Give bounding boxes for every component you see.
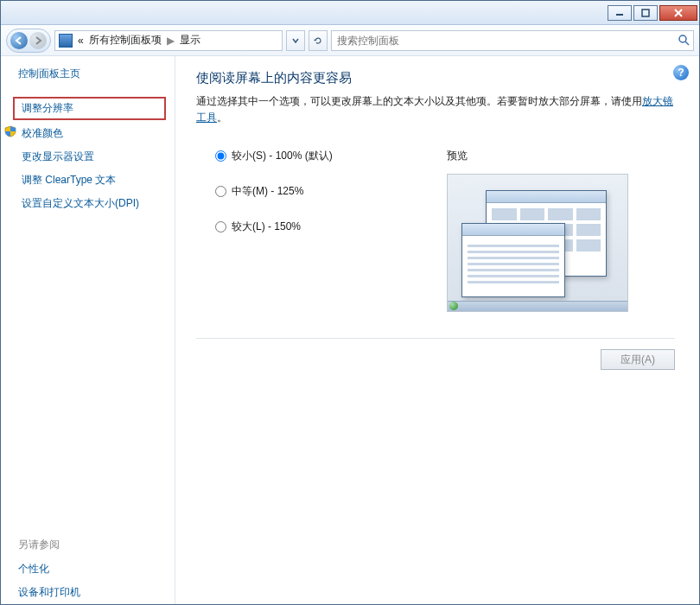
- sidebar-item-display-settings[interactable]: 更改显示器设置: [1, 145, 175, 169]
- desc-text: 通过选择其中一个选项，可以更改屏幕上的文本大小以及其他项。若要暂时放大部分屏幕，…: [196, 95, 642, 107]
- breadcrumb-separator: ▶: [167, 35, 175, 47]
- preview-image: [447, 174, 628, 312]
- address-bar[interactable]: « 所有控制面板项 ▶ 显示: [54, 30, 283, 51]
- see-also-devices-printers[interactable]: 设备和打印机: [1, 581, 175, 604]
- radio-label[interactable]: 较大(L) - 150%: [232, 220, 301, 234]
- sidebar-item-calibrate-color[interactable]: 校准颜色: [1, 122, 175, 145]
- content-pane: ? 使阅读屏幕上的内容更容易 通过选择其中一个选项，可以更改屏幕上的文本大小以及…: [175, 56, 699, 604]
- search-input[interactable]: [332, 31, 693, 50]
- page-description: 通过选择其中一个选项，可以更改屏幕上的文本大小以及其他项。若要暂时放大部分屏幕，…: [196, 93, 675, 126]
- radio-large[interactable]: [215, 221, 226, 232]
- titlebar: [1, 1, 699, 25]
- scale-options: 较小(S) - 100% (默认) 中等(M) - 125% 较大(L) - 1…: [196, 149, 447, 312]
- sidebar-item-custom-dpi[interactable]: 设置自定义文本大小(DPI): [1, 192, 175, 215]
- address-history-dropdown[interactable]: [286, 30, 305, 51]
- scale-option-medium[interactable]: 中等(M) - 125%: [196, 184, 447, 199]
- sidebar: 控制面板主页 调整分辨率 校准颜色 更改显示器设置 调整 ClearType 文…: [1, 56, 175, 604]
- help-icon[interactable]: ?: [673, 65, 689, 80]
- scale-option-large[interactable]: 较大(L) - 150%: [196, 220, 447, 234]
- control-panel-home-link[interactable]: 控制面板主页: [18, 67, 80, 81]
- svg-rect-1: [642, 10, 649, 16]
- svg-line-5: [685, 41, 689, 45]
- display-icon: [59, 34, 73, 48]
- close-button[interactable]: [659, 5, 697, 21]
- maximize-button[interactable]: [633, 5, 658, 21]
- breadcrumb-parent[interactable]: 所有控制面板项: [89, 33, 162, 48]
- nav-back-forward[interactable]: [6, 29, 51, 53]
- svg-point-4: [679, 35, 686, 42]
- refresh-button[interactable]: [309, 30, 328, 51]
- apply-row: 应用(A): [196, 338, 675, 370]
- breadcrumb-prefix: «: [78, 35, 84, 47]
- radio-label[interactable]: 中等(M) - 125%: [232, 184, 303, 199]
- navbar: « 所有控制面板项 ▶ 显示: [1, 25, 699, 56]
- see-also-header: 另请参阅: [1, 538, 175, 557]
- desc-text-post: 。: [217, 111, 227, 124]
- window-frame: « 所有控制面板项 ▶ 显示 控制面板主页 调整分辨率 校准颜色 更改显示器设置…: [0, 0, 700, 605]
- forward-button[interactable]: [29, 32, 47, 49]
- minimize-button[interactable]: [608, 5, 632, 21]
- scale-option-small[interactable]: 较小(S) - 100% (默认): [196, 149, 447, 163]
- back-button[interactable]: [10, 32, 28, 49]
- shield-icon: [4, 125, 16, 137]
- radio-medium[interactable]: [215, 186, 226, 197]
- page-heading: 使阅读屏幕上的内容更容易: [196, 70, 675, 86]
- breadcrumb-current[interactable]: 显示: [180, 33, 200, 48]
- apply-button[interactable]: 应用(A): [601, 349, 675, 370]
- radio-label[interactable]: 较小(S) - 100% (默认): [232, 149, 333, 163]
- sidebar-item-label: 校准颜色: [22, 127, 63, 139]
- search-icon[interactable]: [678, 34, 690, 48]
- search-box[interactable]: [331, 30, 694, 51]
- preview-label: 预览: [447, 149, 675, 163]
- see-also-personalization[interactable]: 个性化: [1, 557, 175, 581]
- radio-small[interactable]: [215, 150, 226, 162]
- sidebar-item-resolution[interactable]: 调整分辨率: [13, 97, 166, 120]
- body: 控制面板主页 调整分辨率 校准颜色 更改显示器设置 调整 ClearType 文…: [1, 56, 699, 604]
- sidebar-item-cleartype[interactable]: 调整 ClearType 文本: [1, 169, 175, 192]
